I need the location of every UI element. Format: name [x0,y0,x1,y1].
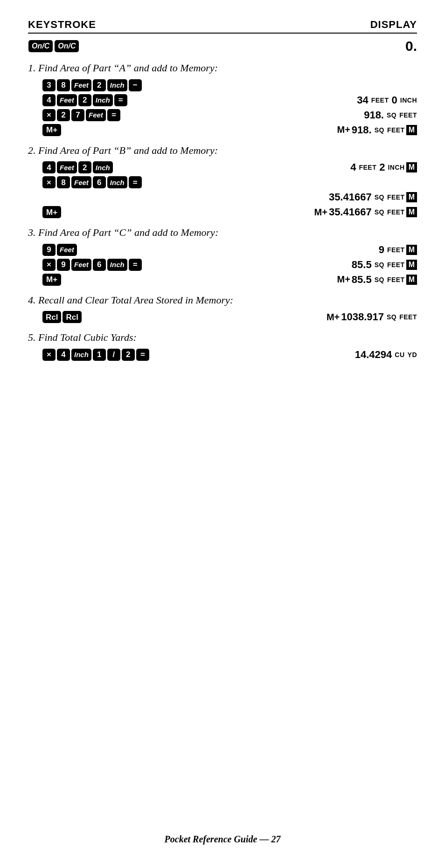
display-right: 9 FEETM [258,244,417,256]
keys-left: 4Feet2Inch= [28,94,128,107]
keystroke-row-3-2: M+M+85.5 SQ FEETM [28,272,417,287]
key-Inch[interactable]: Inch [107,79,127,91]
key-_[interactable]: − [129,79,142,91]
key-2[interactable]: 2 [78,94,91,106]
step-3: 3. Find Area of Part “C” and add to Memo… [28,226,417,287]
key-Inch[interactable]: Inch [71,349,91,361]
key-2[interactable]: 2 [122,349,135,361]
keystroke-row-2-1: ×8Feet6Inch= [28,175,417,190]
footer-text: Pocket Reference Guide — 27 [165,834,281,844]
display-right: 14.4294 CU YD [258,349,417,361]
key-Inch[interactable]: Inch [107,259,127,271]
keys-left: M+ [28,124,62,137]
key-Inch[interactable]: Inch [93,94,113,106]
key-9[interactable]: 9 [57,259,70,271]
keystroke-row-1-0: 38Feet2Inch− [28,78,417,93]
key-_[interactable]: = [114,94,127,106]
key-M_[interactable]: M+ [42,124,61,136]
memory-indicator: M [406,192,417,202]
memory-indicator: M [406,275,417,285]
key-Feet[interactable]: Feet [71,176,91,188]
key-4[interactable]: 4 [42,161,56,173]
keys-left: ×27Feet= [28,109,121,122]
key-M_[interactable]: M+ [42,274,61,286]
key-6[interactable]: 6 [93,259,106,271]
init-display: 0. [405,38,417,54]
key-2[interactable]: 2 [57,109,70,121]
display-right: M+918. SQ FEETM [258,124,417,136]
header-keystroke: KEYSTROKE [28,19,96,31]
step-title-1: 1. Find Area of Part “A” and add to Memo… [28,62,417,75]
init-row: On/C On/C 0. [28,37,417,55]
key-_[interactable]: = [129,259,142,271]
keys-left: 9Feet [28,243,77,256]
key-_[interactable]: = [136,349,149,361]
page-footer: Pocket Reference Guide — 27 [0,834,445,845]
keys-left: ×8Feet6Inch= [28,176,142,189]
key-2[interactable]: 2 [93,79,106,91]
key-6[interactable]: 6 [93,176,106,188]
keys-left: 38Feet2Inch− [28,79,142,92]
key-1[interactable]: 1 [93,349,106,361]
key-4[interactable]: 4 [57,349,70,361]
step-title-4: 4. Recall and Clear Total Area Stored in… [28,294,417,307]
display-right: 35.41667 SQ FEETM [258,191,417,203]
key-onc-2[interactable]: On/C [55,40,79,52]
key-_[interactable]: × [42,109,56,121]
key-8[interactable]: 8 [57,79,70,91]
key-_[interactable]: × [42,259,56,271]
display-right: M+1038.917 SQ FEET [258,311,417,323]
key-9[interactable]: 9 [42,244,56,256]
header-display: DISPLAY [370,19,417,31]
step-title-2: 2. Find Area of Part “B” and add to Memo… [28,144,417,158]
keystroke-row-2-2: 35.41667 SQ FEETM [28,190,417,205]
keys-left: ×9Feet6Inch= [28,258,142,271]
key-_[interactable]: × [42,176,56,188]
keystroke-row-2-3: M+M+35.41667 SQ FEETM [28,205,417,220]
keystroke-row-3-0: 9Feet9 FEETM [28,242,417,257]
display-right: 85.5 SQ FEETM [258,259,417,271]
keystroke-row-5-0: ×4Inch1/2=14.4294 CU YD [28,347,417,362]
key-Inch[interactable]: Inch [93,161,113,173]
key-Feet[interactable]: Feet [57,94,77,106]
key-Feet[interactable]: Feet [71,79,91,91]
display-right: 34 FEET 0 INCH [258,94,417,106]
key-Feet[interactable]: Feet [86,109,106,121]
display-right: 918. SQ FEET [258,109,417,121]
key-8[interactable]: 8 [57,176,70,188]
key-Feet[interactable]: Feet [71,259,91,271]
keystroke-row-1-1: 4Feet2Inch=34 FEET 0 INCH [28,93,417,108]
memory-indicator: M [406,207,417,217]
key-_[interactable]: = [107,109,120,121]
memory-indicator: M [406,125,417,135]
key-_[interactable]: = [129,176,142,188]
key-3[interactable]: 3 [42,79,56,91]
keystroke-row-3-1: ×9Feet6Inch=85.5 SQ FEETM [28,257,417,272]
step-2: 2. Find Area of Part “B” and add to Memo… [28,144,417,220]
keys-left: 4Feet2Inch [28,161,113,174]
key-7[interactable]: 7 [71,109,84,121]
key-Rcl[interactable]: Rcl [63,311,81,323]
memory-indicator: M [406,260,417,270]
key-Rcl[interactable]: Rcl [42,311,61,323]
key-Feet[interactable]: Feet [57,161,77,173]
keys-left: M+ [28,206,62,219]
step-title-5: 5. Find Total Cubic Yards: [28,331,417,344]
step-1: 1. Find Area of Part “A” and add to Memo… [28,62,417,138]
key-M_[interactable]: M+ [42,206,61,218]
key-Inch[interactable]: Inch [107,176,127,188]
keystroke-row-1-3: M+M+918. SQ FEETM [28,123,417,138]
display-right: M+85.5 SQ FEETM [258,274,417,286]
key-2[interactable]: 2 [78,161,91,173]
key-_[interactable]: × [42,349,56,361]
key-onc-1[interactable]: On/C [28,40,53,52]
keys-left: M+ [28,273,62,286]
init-keys: On/C On/C [28,40,79,53]
key-Feet[interactable]: Feet [57,244,77,256]
keys-left: ×4Inch1/2= [28,348,150,361]
key-_[interactable]: / [107,349,120,361]
keys-left: RclRcl [28,310,82,324]
key-4[interactable]: 4 [42,94,56,106]
display-right: 4 FEET 2 INCHM [258,161,417,173]
step-title-3: 3. Find Area of Part “C” and add to Memo… [28,226,417,240]
